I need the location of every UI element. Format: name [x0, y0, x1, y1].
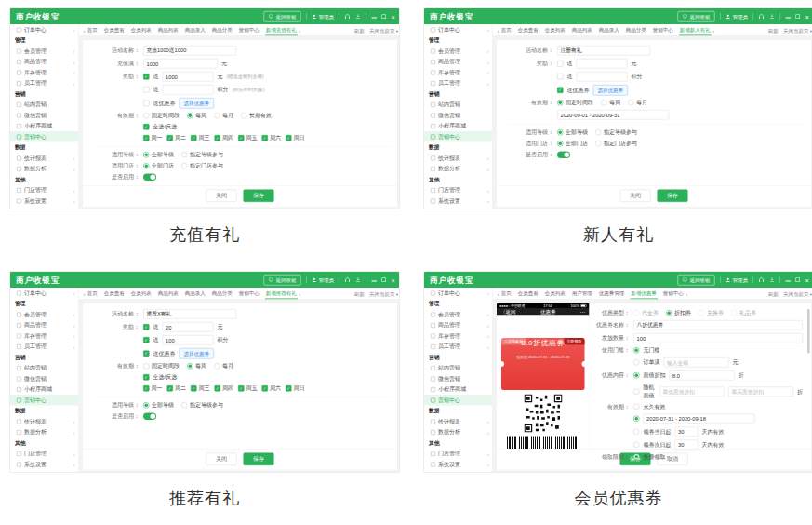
sidebar-item[interactable]: 员工管理: [10, 342, 79, 353]
restore-icon[interactable]: [796, 277, 801, 282]
tab[interactable]: 会员列表: [130, 288, 153, 300]
sidebar-item[interactable]: 数据: [10, 142, 79, 154]
sidebar-item[interactable]: 数据分析: [424, 427, 493, 438]
tab[interactable]: 商品列表: [571, 24, 593, 36]
radio-option[interactable]: 兑换券: [699, 309, 724, 317]
user-menu[interactable]: 管理员: [725, 276, 748, 284]
sidebar-item[interactable]: 商品管理: [10, 320, 79, 331]
weekday-checkbox[interactable]: 周六: [262, 384, 282, 393]
weekday-checkbox[interactable]: 周二: [167, 134, 187, 142]
tab[interactable]: 商品列表: [157, 24, 180, 36]
sidebar-item[interactable]: 数据: [424, 406, 493, 417]
scrollbar[interactable]: [807, 309, 810, 354]
close-button[interactable]: 关闭: [206, 453, 237, 466]
sidebar-item[interactable]: 会员管理: [424, 309, 493, 320]
tab-scroll-right-icon[interactable]: ›: [712, 24, 716, 36]
radio-option[interactable]: 固定时间段: [557, 99, 593, 107]
user-menu[interactable]: 管理员: [725, 13, 748, 20]
sidebar-item[interactable]: 微信营销: [10, 373, 79, 384]
sidebar-item[interactable]: 小程序商城: [424, 384, 493, 396]
refresh-button[interactable]: 刷新: [768, 288, 779, 300]
radio-option[interactable]: 每月: [214, 362, 233, 370]
sidebar-item[interactable]: 商品管理: [424, 320, 493, 331]
checkbox-select-all[interactable]: [143, 374, 150, 381]
tab[interactable]: 商品录入: [184, 288, 206, 300]
sidebar-item[interactable]: 其他: [10, 438, 79, 449]
sidebar-item[interactable]: 营销: [10, 88, 79, 100]
radio-option[interactable]: 礼品券: [731, 309, 756, 317]
sidebar-item[interactable]: 数据: [424, 142, 493, 154]
radio-option[interactable]: 每周: [187, 112, 206, 120]
tab[interactable]: 新增优惠券: [630, 288, 658, 300]
radio-no-threshold[interactable]: [633, 347, 640, 354]
refresh-button[interactable]: 刷新: [768, 24, 779, 36]
close-icon[interactable]: [392, 276, 395, 284]
tab[interactable]: 首页: [500, 24, 512, 36]
order-amount-input[interactable]: [664, 357, 729, 368]
sidebar-item[interactable]: 营销: [424, 88, 493, 100]
sidebar-item[interactable]: 订单中心: [424, 288, 493, 299]
close-button[interactable]: 关闭: [620, 190, 651, 203]
sidebar-item[interactable]: 数据分析: [424, 164, 493, 175]
download-icon[interactable]: [769, 14, 775, 20]
sidebar-item[interactable]: 系统设置: [424, 195, 493, 207]
activity-name-input[interactable]: [557, 46, 650, 56]
restore-icon[interactable]: [382, 277, 387, 282]
sidebar-item[interactable]: 站内营销: [424, 363, 493, 374]
sidebar-item[interactable]: 其他: [424, 174, 493, 185]
radio-option[interactable]: 指定等级参与: [181, 151, 223, 159]
sidebar-item[interactable]: 营销: [424, 352, 493, 363]
sidebar-item[interactable]: 营销: [10, 352, 79, 363]
checkbox-reward-money[interactable]: [557, 61, 564, 67]
close-tabs-menu[interactable]: 关闭当前页: [783, 288, 812, 300]
close-tabs-menu[interactable]: 关闭当前页: [783, 24, 812, 36]
weekday-checkbox[interactable]: 周三: [191, 384, 210, 393]
more-menu-icon[interactable]: [580, 309, 586, 316]
checkbox-reward-money[interactable]: [143, 74, 150, 80]
sidebar-item[interactable]: 员工管理: [424, 342, 493, 353]
tab[interactable]: 新增充值有礼: [265, 24, 298, 36]
sidebar-item[interactable]: 其他: [10, 174, 79, 185]
radio-free-claim[interactable]: [633, 454, 640, 461]
back-button[interactable]: 〈返回: [500, 308, 516, 316]
weekday-checkbox[interactable]: 周四: [215, 134, 234, 142]
download-icon[interactable]: [355, 14, 361, 20]
tab[interactable]: 用户管理: [571, 288, 593, 300]
close-button[interactable]: 关闭: [206, 190, 237, 203]
sidebar-item[interactable]: 库存管理: [424, 330, 493, 342]
sidebar-item[interactable]: 商品管理: [424, 57, 493, 68]
tab[interactable]: 商品分类: [625, 24, 647, 36]
sidebar-item[interactable]: 统计报表: [424, 416, 493, 427]
sidebar-item[interactable]: 管理: [424, 299, 493, 310]
radio-option[interactable]: 固定时间段: [143, 362, 180, 370]
sidebar-item[interactable]: 会员管理: [10, 46, 79, 57]
checkbox-reward-points[interactable]: [143, 87, 150, 93]
sidebar-item[interactable]: 微信营销: [424, 110, 493, 121]
reward-points-input[interactable]: [577, 72, 628, 82]
tab[interactable]: 首页: [87, 288, 99, 300]
weekday-checkbox[interactable]: 周日: [286, 134, 305, 142]
sidebar-item[interactable]: 订单中心: [424, 24, 493, 35]
tab[interactable]: 会员查看: [103, 288, 126, 300]
sidebar-item[interactable]: 小程序商城: [424, 121, 493, 132]
checkbox-select-all[interactable]: [143, 124, 150, 130]
sidebar-item[interactable]: 营销中心: [10, 395, 79, 406]
weekday-checkbox[interactable]: 周三: [191, 134, 210, 142]
close-tabs-menu[interactable]: 关闭当前页: [369, 24, 398, 36]
sidebar-item[interactable]: 管理: [10, 299, 79, 310]
radio-days-from-tomorrow[interactable]: [633, 442, 640, 449]
sidebar-item[interactable]: 会员管理: [424, 46, 493, 57]
sidebar-item[interactable]: 管理: [424, 35, 493, 47]
sidebar-item[interactable]: 会员管理: [10, 309, 79, 320]
weekday-checkbox[interactable]: 周六: [262, 134, 282, 142]
tab[interactable]: 商品分类: [211, 288, 233, 300]
tab-scroll-right-icon[interactable]: ›: [685, 288, 689, 300]
restore-icon[interactable]: [382, 14, 387, 19]
checkbox-reward-points[interactable]: [557, 74, 564, 80]
tab[interactable]: 会员列表: [130, 24, 153, 36]
radio-days-from-today[interactable]: [633, 429, 640, 436]
checkbox-reward-coupon[interactable]: [143, 351, 150, 357]
radio-option[interactable]: 每周: [187, 362, 206, 370]
tab-scroll-right-icon[interactable]: ›: [298, 288, 302, 300]
sidebar-item[interactable]: 系统设置: [424, 459, 493, 470]
